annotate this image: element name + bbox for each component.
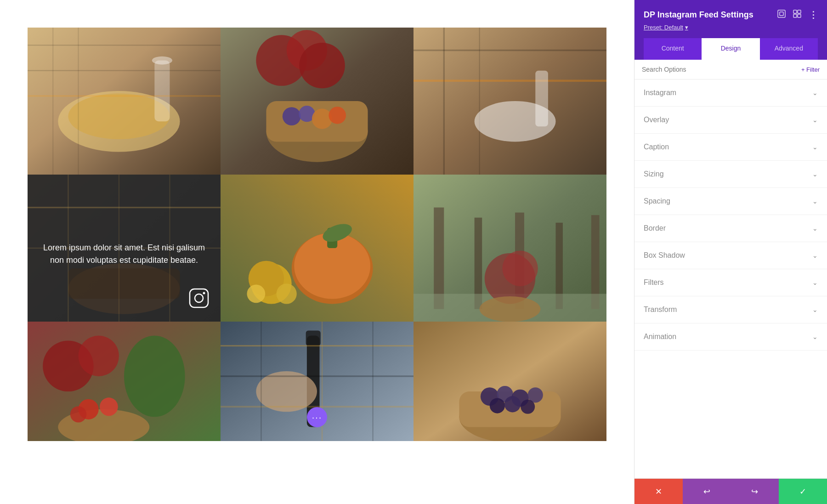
svg-rect-32 [68, 268, 180, 299]
svg-point-89 [521, 400, 535, 414]
option-label-spacing: Spacing [644, 197, 670, 205]
panel-search: + Filter [634, 60, 827, 79]
option-filters[interactable]: Filters ⌄ [634, 269, 827, 296]
svg-point-65 [124, 336, 185, 417]
svg-point-60 [502, 251, 538, 286]
chevron-border: ⌄ [812, 225, 818, 232]
svg-point-69 [70, 406, 86, 422]
chevron-spacing: ⌄ [812, 198, 818, 205]
svg-point-18 [283, 107, 301, 125]
options-list: Instagram ⌄ Overlay ⌄ Caption ⌄ Sizing ⌄… [634, 79, 827, 478]
save-button[interactable]: ✓ [779, 479, 827, 504]
overlay-text: Lorem ipsum dolor sit amet. Est nisi gal… [28, 242, 221, 266]
search-input[interactable] [642, 66, 801, 73]
cancel-button[interactable]: ✕ [634, 479, 683, 504]
chevron-overlay: ⌄ [812, 116, 818, 124]
option-label-instagram: Instagram [644, 89, 676, 97]
content-area: Lorem ipsum dolor sit amet. Est nisi gal… [0, 0, 634, 504]
option-caption[interactable]: Caption ⌄ [634, 134, 827, 161]
option-label-transform: Transform [644, 306, 677, 314]
chevron-sizing: ⌄ [812, 170, 818, 178]
option-spacing[interactable]: Spacing ⌄ [634, 188, 827, 215]
panel-tabs: Content Design Advanced [644, 38, 818, 60]
option-label-caption: Caption [644, 143, 669, 151]
option-label-sizing: Sizing [644, 170, 664, 178]
grid-icon[interactable] [793, 10, 801, 20]
more-options-icon[interactable]: ⋮ [809, 9, 818, 20]
tab-design[interactable]: Design [702, 38, 759, 60]
chevron-filters: ⌄ [812, 279, 818, 286]
option-animation[interactable]: Animation ⌄ [634, 323, 827, 351]
option-label-border: Border [644, 224, 666, 232]
svg-rect-93 [798, 10, 801, 13]
photo-cell-5 [221, 175, 414, 322]
chevron-transform: ⌄ [812, 306, 818, 313]
settings-panel: DP Instagram Feed Settings [634, 0, 827, 504]
svg-rect-4 [154, 61, 170, 122]
chevron-caption: ⌄ [812, 143, 818, 151]
option-label-overlay: Overlay [644, 116, 669, 124]
svg-point-68 [100, 397, 118, 416]
svg-point-87 [490, 398, 505, 413]
photo-cell-overlay: Lorem ipsum dolor sit amet. Est nisi gal… [28, 175, 221, 322]
panel-header: DP Instagram Feed Settings [634, 0, 827, 60]
svg-point-49 [277, 283, 297, 304]
tab-content[interactable]: Content [644, 38, 702, 60]
photo-cell-1 [28, 28, 221, 175]
svg-point-61 [480, 296, 541, 322]
svg-point-73 [256, 371, 317, 412]
redo-button[interactable]: ↪ [731, 479, 779, 504]
photo-cell-6 [414, 175, 606, 322]
photo-cell-3 [414, 28, 606, 175]
svg-rect-38 [190, 289, 208, 307]
tab-advanced[interactable]: Advanced [760, 38, 818, 60]
photo-grid: Lorem ipsum dolor sit amet. Est nisi gal… [0, 0, 634, 441]
option-label-box-shadow: Box Shadow [644, 251, 685, 260]
panel-title-icons: ⋮ [777, 9, 818, 20]
photo-cell-8: ··· [221, 322, 414, 441]
panel-preset[interactable]: Preset: Default ▾ [644, 24, 818, 31]
photo-cell-7 [28, 322, 221, 441]
filter-button[interactable]: + Filter [801, 66, 820, 73]
svg-rect-91 [780, 12, 783, 16]
svg-point-15 [299, 43, 345, 88]
option-transform[interactable]: Transform ⌄ [634, 296, 827, 323]
svg-point-5 [152, 57, 172, 65]
option-box-shadow[interactable]: Box Shadow ⌄ [634, 242, 827, 269]
chevron-box-shadow: ⌄ [812, 252, 818, 259]
bottom-bar: ✕ ↩ ↪ ✓ [634, 478, 827, 504]
svg-point-50 [247, 285, 265, 303]
option-sizing[interactable]: Sizing ⌄ [634, 161, 827, 188]
svg-rect-29 [535, 71, 548, 127]
undo-button[interactable]: ↩ [683, 479, 731, 504]
option-label-animation: Animation [644, 333, 676, 341]
svg-rect-94 [793, 14, 797, 17]
svg-point-20 [312, 109, 332, 129]
svg-rect-90 [778, 10, 785, 17]
svg-point-64 [79, 336, 119, 376]
svg-rect-95 [798, 14, 801, 17]
svg-point-40 [203, 292, 205, 294]
svg-rect-72 [306, 330, 321, 345]
svg-point-39 [195, 294, 203, 302]
option-border[interactable]: Border ⌄ [634, 215, 827, 242]
option-overlay[interactable]: Overlay ⌄ [634, 107, 827, 134]
panel-title: DP Instagram Feed Settings [644, 10, 753, 20]
svg-point-21 [329, 107, 346, 124]
svg-rect-92 [793, 10, 797, 13]
photo-cell-9 [414, 322, 606, 441]
screenshot-icon[interactable] [777, 10, 786, 20]
photo-cell-2 [221, 28, 414, 175]
option-label-filters: Filters [644, 278, 664, 287]
more-dots-button[interactable]: ··· [307, 407, 327, 427]
chevron-animation: ⌄ [812, 333, 818, 340]
instagram-icon [189, 288, 209, 310]
option-instagram[interactable]: Instagram ⌄ [634, 79, 827, 107]
chevron-instagram: ⌄ [812, 89, 818, 96]
svg-point-88 [504, 396, 521, 412]
